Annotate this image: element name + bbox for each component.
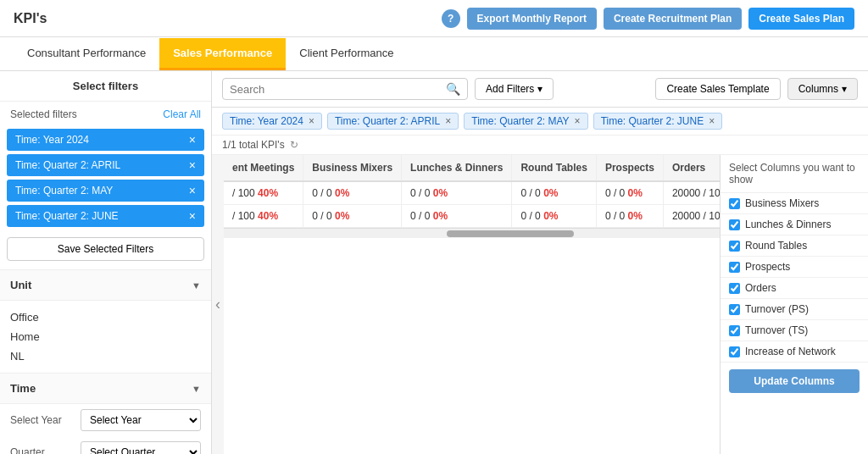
column-check-item: Round Tables xyxy=(721,235,868,257)
remove-filter-may[interactable]: × xyxy=(189,184,196,197)
create-template-button[interactable]: Create Sales Template xyxy=(655,78,780,100)
dropdown-icon: ▾ xyxy=(537,83,542,95)
search-input[interactable] xyxy=(230,83,446,96)
quarter-select[interactable]: Select Quarter xyxy=(81,441,201,454)
columns-button[interactable]: Columns ▾ xyxy=(787,78,858,100)
clear-all-button[interactable]: Clear All xyxy=(163,108,201,120)
scrollbar-thumb[interactable] xyxy=(447,230,574,237)
column-check-item: Orders xyxy=(721,278,868,299)
year-select[interactable]: Select Year xyxy=(81,409,201,431)
col-checkbox-1[interactable] xyxy=(729,219,740,230)
header-right: ? Export Monthly Report Create Recruitme… xyxy=(442,8,854,30)
remove-active-june[interactable]: × xyxy=(709,115,715,127)
active-filters-bar: Time: Year 2024 × Time: Quarter 2: APRIL… xyxy=(212,108,868,136)
remove-active-april[interactable]: × xyxy=(445,115,451,127)
unit-chevron-icon: ▼ xyxy=(192,280,201,291)
content-toolbar: 🔍 Add Filters ▾ Create Sales Template Co… xyxy=(212,71,868,108)
unit-item-home[interactable]: Home xyxy=(10,327,201,346)
update-columns-button[interactable]: Update Columns xyxy=(729,369,860,393)
selected-filters-label: Selected filters xyxy=(10,108,77,120)
search-box: 🔍 xyxy=(222,78,468,100)
col-checkbox-3[interactable] xyxy=(729,262,740,273)
filter-chip-june: Time: Quarter 2: JUNE × xyxy=(7,205,204,227)
columns-list: Business MixersLunches & DinnersRound Ta… xyxy=(721,193,868,363)
search-icon: 🔍 xyxy=(446,82,460,96)
time-chevron-icon: ▼ xyxy=(192,384,201,394)
content-area: 🔍 Add Filters ▾ Create Sales Template Co… xyxy=(212,71,868,454)
sidebar-header: Select filters xyxy=(0,71,211,102)
column-check-item: Prospects xyxy=(721,257,868,278)
filter-chip-april: Time: Quarter 2: APRIL × xyxy=(7,154,204,176)
tab-consultant[interactable]: Consultant Performance xyxy=(14,38,159,70)
year-filter-row: Select Year Select Year xyxy=(0,404,211,436)
time-section-header[interactable]: Time ▼ xyxy=(0,373,211,404)
count-label: 1/1 total KPI's xyxy=(222,139,285,151)
unit-item-nl[interactable]: NL xyxy=(10,346,201,366)
col-ld: Lunches & Dinners xyxy=(402,155,512,181)
column-check-item: Lunches & Dinners xyxy=(721,214,868,235)
col-checkbox-4[interactable] xyxy=(729,283,740,294)
sales-plan-button[interactable]: Create Sales Plan xyxy=(748,8,854,30)
table-row: / 100 40% 0 / 0 0% 0 / 0 0% 0 / 0 0% 0 /… xyxy=(224,205,720,228)
active-chip-june: Time: Quarter 2: JUNE × xyxy=(593,113,723,130)
active-chip-year: Time: Year 2024 × xyxy=(222,113,322,130)
column-check-item: Increase of Network xyxy=(721,341,868,363)
col-checkbox-6[interactable] xyxy=(729,325,740,336)
col-checkbox-0[interactable] xyxy=(729,198,740,209)
count-row: 1/1 total KPI's ↻ xyxy=(212,136,868,155)
remove-active-year[interactable]: × xyxy=(309,115,314,127)
help-icon[interactable]: ? xyxy=(442,9,460,28)
col-meetings: ent Meetings xyxy=(224,155,303,181)
col-bm: Business Mixers xyxy=(303,155,402,181)
quarter-filter-row: Quarter Select Quarter xyxy=(0,436,211,454)
refresh-icon[interactable]: ↻ xyxy=(290,139,298,151)
sidebar: Select filters Selected filters Clear Al… xyxy=(0,71,212,454)
main-layout: Select filters Selected filters Clear Al… xyxy=(0,71,868,454)
add-filters-button[interactable]: Add Filters ▾ xyxy=(475,78,554,100)
unit-items: Office Home NL xyxy=(0,301,211,373)
app-title: KPI's xyxy=(14,11,47,26)
col-prospects: Prospects xyxy=(596,155,663,181)
col-orders: Orders xyxy=(663,155,720,181)
column-check-item: Turnover (TS) xyxy=(721,320,868,341)
unit-section-header[interactable]: Unit ▼ xyxy=(0,269,211,301)
col-rt: Round Tables xyxy=(512,155,596,181)
table-wrapper: ent Meetings Business Mixers Lunches & D… xyxy=(224,155,720,454)
unit-item-office[interactable]: Office xyxy=(10,307,201,327)
tab-sales[interactable]: Sales Performance xyxy=(159,38,286,70)
quarter-label: Quarter xyxy=(10,446,74,454)
recruit-button[interactable]: Create Recruitment Plan xyxy=(604,8,742,30)
column-check-item: Business Mixers xyxy=(721,193,868,214)
remove-filter-year[interactable]: × xyxy=(189,133,196,147)
columns-panel: Select Columns you want to show Business… xyxy=(720,155,868,454)
column-check-item: Turnover (PS) xyxy=(721,299,868,320)
col-checkbox-5[interactable] xyxy=(729,304,740,315)
tab-client[interactable]: Client Performance xyxy=(286,38,407,70)
active-chip-april: Time: Quarter 2: APRIL × xyxy=(327,113,459,130)
col-checkbox-7[interactable] xyxy=(729,346,740,357)
columns-panel-header: Select Columns you want to show xyxy=(721,155,868,193)
filter-chip-may: Time: Quarter 2: MAY × xyxy=(7,180,204,202)
export-button[interactable]: Export Monthly Report xyxy=(467,8,597,30)
remove-active-may[interactable]: × xyxy=(575,115,581,127)
kpi-table: ent Meetings Business Mixers Lunches & D… xyxy=(224,155,720,228)
top-header: KPI's ? Export Monthly Report Create Rec… xyxy=(0,0,868,37)
columns-chevron-icon: ▾ xyxy=(842,83,847,95)
selected-filters-row: Selected filters Clear All xyxy=(0,102,211,127)
col-checkbox-2[interactable] xyxy=(729,241,740,252)
filter-chip-year: Time: Year 2024 × xyxy=(7,129,204,151)
remove-filter-april[interactable]: × xyxy=(189,158,196,172)
table-row: / 100 40% 0 / 0 0% 0 / 0 0% 0 / 0 0% 0 /… xyxy=(224,181,720,205)
remove-filter-june[interactable]: × xyxy=(189,209,196,223)
scroll-left-arrow[interactable]: ‹ xyxy=(212,296,224,313)
active-chip-may: Time: Quarter 2: MAY × xyxy=(464,113,587,130)
year-label: Select Year xyxy=(10,414,74,426)
save-filters-button[interactable]: Save Selected Filters xyxy=(7,237,204,261)
tab-nav: Consultant Performance Sales Performance… xyxy=(0,37,868,71)
horizontal-scrollbar[interactable] xyxy=(224,228,720,238)
